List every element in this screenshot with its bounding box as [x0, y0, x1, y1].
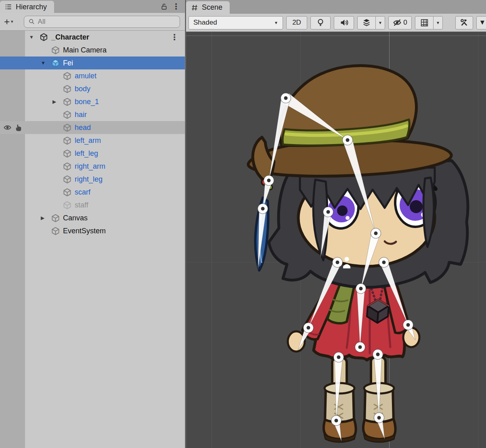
foldout-icon[interactable]: ▶: [41, 215, 51, 221]
item-label: Main Camera: [63, 46, 107, 54]
gameobject-cube-icon: [63, 188, 75, 197]
speaker-icon: [339, 18, 348, 27]
plus-icon: +: [4, 17, 10, 27]
gameobject-cube-icon: [63, 72, 75, 80]
foldout-icon[interactable]: ▼: [41, 60, 51, 66]
hierarchy-item-bone-1[interactable]: ▶ bone_1: [0, 95, 185, 108]
scene-lighting-button[interactable]: [310, 16, 331, 29]
grid-dropdown-button[interactable]: ▼: [433, 16, 443, 29]
grid-visibility-button[interactable]: [415, 16, 434, 29]
shading-mode-dropdown[interactable]: Shaded ▼: [189, 16, 283, 29]
layers-icon: [362, 18, 371, 27]
unity-scene-icon: [40, 33, 51, 42]
bone-influence-badge-icon: [343, 257, 350, 269]
item-label: head: [75, 124, 91, 132]
item-label: bone_1: [75, 98, 99, 106]
gameobject-cube-icon: [51, 214, 63, 222]
hierarchy-list-icon: [5, 3, 12, 10]
hierarchy-item-head[interactable]: head: [0, 121, 185, 134]
hierarchy-item-fei[interactable]: ▼ Fei: [0, 57, 185, 69]
item-label: hair: [75, 111, 87, 119]
visibility-eye-icon[interactable]: [3, 124, 12, 132]
hierarchy-item-canvas[interactable]: ▶ Canvas: [0, 211, 185, 224]
scene-audio-button[interactable]: [334, 16, 354, 29]
hierarchy-item-character[interactable]: ▼ _Character ⋮: [0, 31, 185, 44]
item-label: scarf: [75, 188, 90, 197]
item-label: left_arm: [75, 136, 101, 145]
gameobject-cube-icon: [51, 46, 63, 54]
gameobject-cube-icon: [63, 111, 75, 119]
toggle-2d-button[interactable]: 2D: [286, 16, 307, 29]
gameobject-cube-icon: [63, 149, 75, 158]
search-input[interactable]: [38, 18, 176, 26]
item-label: body: [75, 85, 90, 93]
gameobject-cube-icon: [63, 85, 75, 93]
hierarchy-item-staff[interactable]: staff: [0, 199, 185, 211]
scene-tab-label: Scene: [202, 3, 222, 12]
scene-grid-icon: [191, 4, 198, 11]
scene-viewport[interactable]: [186, 32, 486, 448]
scene-effects-button[interactable]: [357, 16, 376, 29]
hierarchy-item-left-leg[interactable]: left_leg: [0, 147, 185, 160]
hierarchy-item-right-leg[interactable]: right_leg: [0, 173, 185, 186]
hierarchy-search-field[interactable]: [24, 16, 180, 28]
effects-control: ▼: [357, 16, 385, 29]
panel-menu-icon[interactable]: ⋮: [172, 2, 180, 10]
hierarchy-item-hair[interactable]: hair: [0, 108, 185, 121]
scene-tab-bar: Scene: [186, 0, 486, 14]
pickability-hand-icon[interactable]: [15, 124, 23, 132]
item-label: right_arm: [75, 162, 105, 171]
gameobject-cube-icon: [51, 227, 63, 235]
chevron-down-icon: ▾: [11, 19, 13, 24]
grid-control: ▼: [415, 16, 443, 29]
hierarchy-item-main-camera[interactable]: Main Camera: [0, 44, 185, 57]
item-label: right_leg: [75, 175, 103, 184]
hierarchy-tab-bar: Hierarchy ⋮: [0, 0, 185, 13]
scene-tools-button[interactable]: [455, 16, 473, 29]
scene-options-icon[interactable]: ⋮: [170, 33, 178, 41]
hierarchy-item-amulet[interactable]: amulet: [0, 69, 185, 82]
gameobject-cube-icon: [63, 98, 75, 106]
item-label: EventSystem: [63, 227, 106, 235]
tools-icon: [460, 18, 469, 27]
toolbar-overflow-dropdown[interactable]: ▼: [476, 16, 486, 29]
hierarchy-item-body[interactable]: body: [0, 82, 185, 95]
hierarchy-item-eventsystem[interactable]: EventSystem: [0, 224, 185, 237]
bone-gizmos[interactable]: [186, 32, 486, 448]
hierarchy-item-left-arm[interactable]: left_arm: [0, 134, 185, 147]
scene-visibility-button[interactable]: 0: [388, 16, 412, 29]
hierarchy-item-right-arm[interactable]: right_arm: [0, 160, 185, 173]
lock-icon[interactable]: [160, 3, 168, 10]
tab-scene[interactable]: Scene: [186, 1, 230, 14]
effects-dropdown-button[interactable]: ▼: [375, 16, 385, 29]
scene-toolbar: Shaded ▼ 2D ▼ 0 ▼: [186, 14, 486, 32]
scene-panel: Scene Shaded ▼ 2D ▼ 0: [186, 0, 486, 448]
chevron-down-icon: ▼: [378, 21, 382, 25]
hidden-count: 0: [403, 19, 407, 27]
item-label: Canvas: [63, 214, 88, 222]
add-gameobject-button[interactable]: + ▾: [4, 17, 13, 27]
unity-editor-window: { "icons": { "foldout_expanded": "▼", "f…: [0, 0, 486, 448]
gameobject-cube-icon: [63, 175, 75, 184]
hierarchy-tab-label: Hierarchy: [16, 3, 47, 11]
gameobject-cube-icon: [63, 162, 75, 171]
gameobject-cube-icon: [63, 136, 75, 145]
gameobject-cube-icon: [63, 124, 75, 132]
item-label: Fei: [63, 59, 73, 67]
item-label: amulet: [75, 72, 96, 80]
grid-icon: [420, 19, 429, 27]
hierarchy-toolbar: + ▾: [0, 13, 185, 31]
2d-label: 2D: [292, 19, 301, 27]
foldout-icon[interactable]: ▼: [29, 34, 40, 40]
eye-slash-icon: [393, 18, 402, 27]
prefab-cube-icon: [51, 59, 63, 67]
item-label: left_leg: [75, 149, 98, 158]
hierarchy-panel: Hierarchy ⋮ + ▾ ▼ _Character ⋮ Main Came…: [0, 0, 185, 448]
foldout-icon[interactable]: ▶: [52, 99, 63, 105]
search-icon: [28, 18, 35, 25]
item-label: staff: [75, 201, 88, 209]
chevron-down-icon: ▼: [479, 19, 486, 27]
tab-hierarchy[interactable]: Hierarchy: [0, 1, 54, 13]
hierarchy-item-scarf[interactable]: scarf: [0, 186, 185, 199]
chevron-down-icon: ▼: [436, 21, 440, 25]
